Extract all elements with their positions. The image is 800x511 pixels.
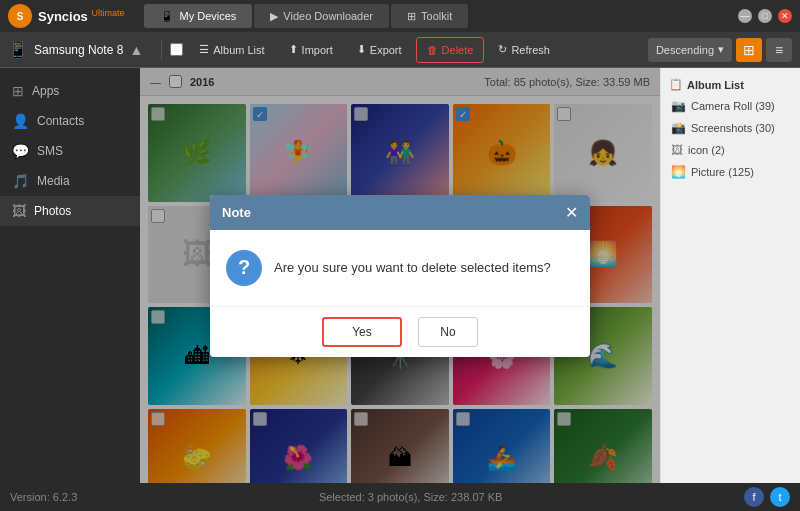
- export-icon: ⬇: [357, 43, 366, 56]
- import-icon: ⬆: [289, 43, 298, 56]
- apps-icon: ⊞: [12, 83, 24, 99]
- toolkit-icon: ⊞: [407, 10, 416, 23]
- toolbar-separator-1: [161, 40, 162, 60]
- nav-toolkit[interactable]: ⊞ Toolkit: [391, 4, 468, 28]
- main-layout: ⊞ Apps 👤 Contacts 💬 SMS 🎵 Media 🖼 Photos…: [0, 68, 800, 483]
- delete-button[interactable]: 🗑 Delete: [416, 37, 485, 63]
- import-button[interactable]: ⬆ Import: [279, 37, 343, 63]
- modal-close-button[interactable]: ✕: [565, 203, 578, 222]
- title-bar: S Syncios Ultimate 📱 My Devices ▶ Video …: [0, 0, 800, 32]
- toolbar: 📱 Samsung Note 8 ▲ ☰ Album List ⬆ Import…: [0, 32, 800, 68]
- delete-confirm-modal: Note ✕ ? Are you sure you want to delete…: [210, 195, 590, 357]
- delete-icon: 🗑: [427, 44, 438, 56]
- minimize-button[interactable]: —: [738, 9, 752, 23]
- modal-title: Note: [222, 205, 251, 220]
- chevron-down-icon: ▾: [718, 43, 724, 56]
- sidebar-item-sms[interactable]: 💬 SMS: [0, 136, 140, 166]
- no-button[interactable]: No: [418, 317, 478, 347]
- refresh-icon: ↻: [498, 43, 507, 56]
- version-text: Version: 6.2.3: [10, 491, 77, 503]
- modal-header: Note ✕: [210, 195, 590, 230]
- album-list-panel-icon: 📋: [669, 78, 683, 91]
- video-icon: ▶: [270, 10, 278, 23]
- right-panel: 📋 Album List 📷 Camera Roll (39) 📸 Screen…: [660, 68, 800, 483]
- twitter-button[interactable]: t: [770, 487, 790, 507]
- nav-video-downloader[interactable]: ▶ Video Downloader: [254, 4, 389, 28]
- window-controls: — □ ✕: [738, 9, 792, 23]
- sidebar-item-apps[interactable]: ⊞ Apps: [0, 76, 140, 106]
- question-icon: ?: [226, 250, 262, 286]
- select-all-checkbox[interactable]: [170, 43, 183, 56]
- social-links: f t: [744, 487, 790, 507]
- eject-button[interactable]: ▲: [129, 42, 143, 58]
- device-icon: 📱: [8, 40, 28, 59]
- device-name: Samsung Note 8: [34, 43, 123, 57]
- photos-icon: 🖼: [12, 203, 26, 219]
- sidebar: ⊞ Apps 👤 Contacts 💬 SMS 🎵 Media 🖼 Photos: [0, 68, 140, 483]
- close-button[interactable]: ✕: [778, 9, 792, 23]
- modal-overlay: Note ✕ ? Are you sure you want to delete…: [140, 68, 660, 483]
- export-button[interactable]: ⬇ Export: [347, 37, 412, 63]
- album-list-icon: ☰: [199, 43, 209, 56]
- album-item-screenshots[interactable]: 📸 Screenshots (30): [661, 117, 800, 139]
- facebook-button[interactable]: f: [744, 487, 764, 507]
- right-panel-title: 📋 Album List: [661, 74, 800, 95]
- sms-icon: 💬: [12, 143, 29, 159]
- modal-body: ? Are you sure you want to delete select…: [210, 230, 590, 306]
- picture-album-icon: 🌅: [671, 165, 686, 179]
- screenshots-icon: 📸: [671, 121, 686, 135]
- contacts-icon: 👤: [12, 113, 29, 129]
- app-name: Syncios Ultimate: [38, 8, 124, 24]
- album-item-picture[interactable]: 🌅 Picture (125): [661, 161, 800, 183]
- maximize-button[interactable]: □: [758, 9, 772, 23]
- modal-message: Are you sure you want to delete selected…: [274, 260, 551, 275]
- main-nav: 📱 My Devices ▶ Video Downloader ⊞ Toolki…: [144, 4, 468, 28]
- album-item-icon[interactable]: 🖼 icon (2): [661, 139, 800, 161]
- list-view-button[interactable]: ≡: [766, 38, 792, 62]
- devices-icon: 📱: [160, 10, 174, 23]
- media-icon: 🎵: [12, 173, 29, 189]
- status-bar: Version: 6.2.3 Selected: 3 photo(s), Siz…: [0, 483, 800, 511]
- camera-roll-icon: 📷: [671, 99, 686, 113]
- icon-album-icon: 🖼: [671, 143, 683, 157]
- sidebar-item-photos[interactable]: 🖼 Photos: [0, 196, 140, 226]
- app-logo: S: [8, 4, 32, 28]
- nav-my-devices[interactable]: 📱 My Devices: [144, 4, 252, 28]
- album-item-camera-roll[interactable]: 📷 Camera Roll (39): [661, 95, 800, 117]
- sort-button[interactable]: Descending ▾: [648, 38, 732, 62]
- device-info: 📱 Samsung Note 8 ▲: [8, 40, 143, 59]
- album-list-button[interactable]: ☰ Album List: [189, 37, 274, 63]
- app-edition: Ultimate: [91, 8, 124, 18]
- grid-view-button[interactable]: ⊞: [736, 38, 762, 62]
- content-area: — 2016 Total: 85 photo(s), Size: 33.59 M…: [140, 68, 660, 483]
- sidebar-item-contacts[interactable]: 👤 Contacts: [0, 106, 140, 136]
- refresh-button[interactable]: ↻ Refresh: [488, 37, 560, 63]
- selected-info: Selected: 3 photo(s), Size: 238.07 KB: [319, 491, 502, 503]
- modal-footer: Yes No: [210, 306, 590, 357]
- yes-button[interactable]: Yes: [322, 317, 402, 347]
- sidebar-item-media[interactable]: 🎵 Media: [0, 166, 140, 196]
